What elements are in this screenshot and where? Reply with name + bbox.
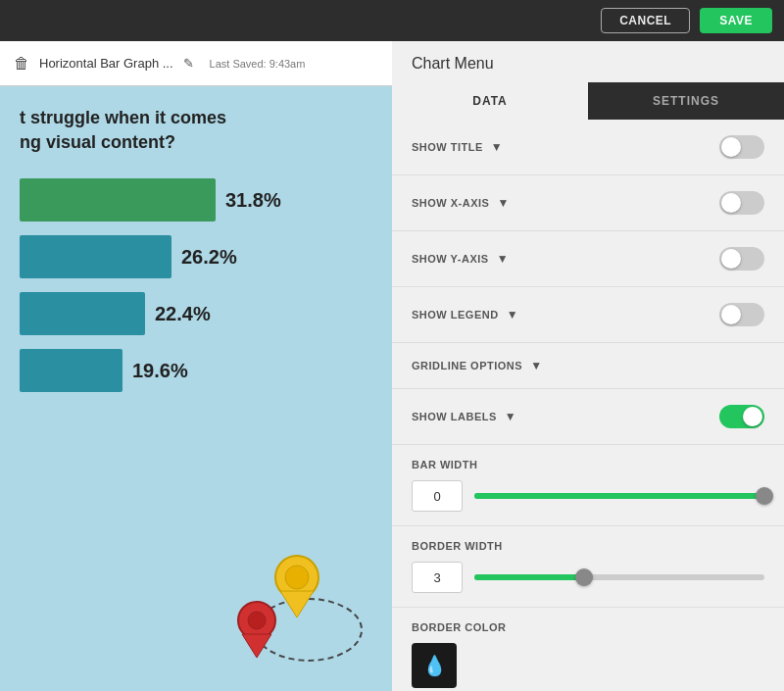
- bar-width-fill: [474, 493, 764, 499]
- bar-1: [20, 178, 216, 222]
- chart-visualization: t struggle when it comes ng visual conte…: [0, 86, 392, 691]
- chevron-show-labels[interactable]: ▼: [505, 410, 516, 423]
- border-width-input[interactable]: [412, 562, 463, 593]
- save-button[interactable]: SAVE: [700, 8, 772, 33]
- border-width-track[interactable]: [474, 574, 764, 580]
- bar-width-row: [412, 480, 764, 512]
- chart-question: t struggle when it comes ng visual conte…: [20, 106, 294, 155]
- show-legend-label: SHOW LEGEND: [412, 309, 499, 321]
- main-content: 🗑 Horizontal Bar Graph ... ✎ Last Saved:…: [0, 41, 784, 691]
- border-color-label: BORDER COLOR: [412, 621, 764, 633]
- border-width-thumb[interactable]: [575, 568, 593, 586]
- setting-show-labels: SHOW LABELS ▼: [392, 389, 784, 445]
- chevron-gridline-options[interactable]: ▼: [530, 359, 542, 372]
- svg-point-4: [248, 612, 266, 629]
- chevron-show-y-axis[interactable]: ▼: [497, 252, 509, 266]
- svg-point-1: [285, 566, 309, 589]
- setting-show-legend: SHOW LEGEND ▼: [392, 287, 784, 343]
- bar-row-4: 19.6%: [20, 349, 392, 392]
- bar-row-2: 26.2%: [20, 235, 392, 278]
- border-width-fill: [474, 574, 584, 580]
- settings-body: SHOW TITLE ▼ SHOW X-AXIS ▼: [392, 120, 784, 691]
- toggle-show-legend[interactable]: [719, 303, 764, 326]
- tabs: DATA SETTINGS: [392, 82, 784, 120]
- chevron-show-title[interactable]: ▼: [491, 140, 503, 154]
- bar-label-1: 31.8%: [225, 189, 281, 212]
- bar-4: [20, 349, 122, 392]
- bar-width-thumb[interactable]: [756, 487, 773, 505]
- bar-row-3: 22.4%: [20, 292, 392, 335]
- settings-panel: Chart Menu DATA SETTINGS SHOW TITLE ▼: [392, 41, 784, 691]
- edit-icon[interactable]: ✎: [183, 56, 194, 71]
- red-pin: [234, 601, 279, 662]
- toggle-show-x-axis[interactable]: [719, 191, 764, 215]
- chart-title: Horizontal Bar Graph ...: [39, 56, 173, 71]
- show-y-axis-label: SHOW Y-AXIS: [412, 253, 489, 265]
- bar-width-track[interactable]: [474, 493, 764, 499]
- chart-panel: 🗑 Horizontal Bar Graph ... ✎ Last Saved:…: [0, 41, 392, 691]
- gridline-options-label: GRIDLINE OPTIONS: [412, 360, 522, 371]
- toggle-show-labels[interactable]: [719, 405, 764, 428]
- toggle-show-y-axis[interactable]: [719, 247, 764, 271]
- bar-width-section: BAR WIDTH: [392, 445, 784, 526]
- trash-icon[interactable]: 🗑: [14, 55, 29, 73]
- bar-width-label: BAR WIDTH: [412, 459, 764, 470]
- setting-show-x-axis: SHOW X-AXIS ▼: [392, 175, 784, 231]
- chevron-show-x-axis[interactable]: ▼: [497, 196, 509, 210]
- bar-2: [20, 235, 172, 278]
- setting-show-title: SHOW TITLE ▼: [392, 120, 784, 175]
- last-saved: Last Saved: 9:43am: [210, 58, 306, 70]
- toggle-show-title[interactable]: [719, 135, 764, 159]
- show-labels-label: SHOW LABELS: [412, 411, 497, 422]
- panel-title: Chart Menu: [392, 41, 784, 82]
- bar-label-3: 22.4%: [155, 303, 211, 325]
- border-color-section: BORDER COLOR 💧: [392, 608, 784, 691]
- border-color-swatch[interactable]: 💧: [412, 643, 457, 688]
- tab-data[interactable]: DATA: [392, 82, 588, 120]
- bar-width-input[interactable]: [412, 480, 463, 512]
- droplet-icon: 💧: [422, 654, 447, 677]
- chart-header: 🗑 Horizontal Bar Graph ... ✎ Last Saved:…: [0, 41, 392, 86]
- tab-settings[interactable]: SETTINGS: [588, 82, 784, 120]
- border-width-section: BORDER WIDTH: [392, 526, 784, 608]
- bar-row-1: 31.8%: [20, 178, 392, 222]
- bar-label-4: 19.6%: [132, 360, 188, 382]
- bar-3: [20, 292, 145, 335]
- border-width-row: [412, 562, 764, 593]
- setting-show-y-axis: SHOW Y-AXIS ▼: [392, 231, 784, 287]
- show-x-axis-label: SHOW X-AXIS: [412, 197, 489, 209]
- show-title-label: SHOW TITLE: [412, 141, 483, 153]
- svg-marker-5: [242, 634, 271, 658]
- chevron-show-legend[interactable]: ▼: [507, 308, 518, 321]
- top-bar: CANCEL SAVE: [0, 0, 784, 41]
- setting-gridline-options: GRIDLINE OPTIONS ▼: [392, 343, 784, 389]
- bar-label-2: 26.2%: [181, 246, 237, 269]
- cancel-button[interactable]: CANCEL: [601, 8, 690, 33]
- svg-marker-2: [280, 591, 314, 617]
- border-width-label: BORDER WIDTH: [412, 540, 764, 552]
